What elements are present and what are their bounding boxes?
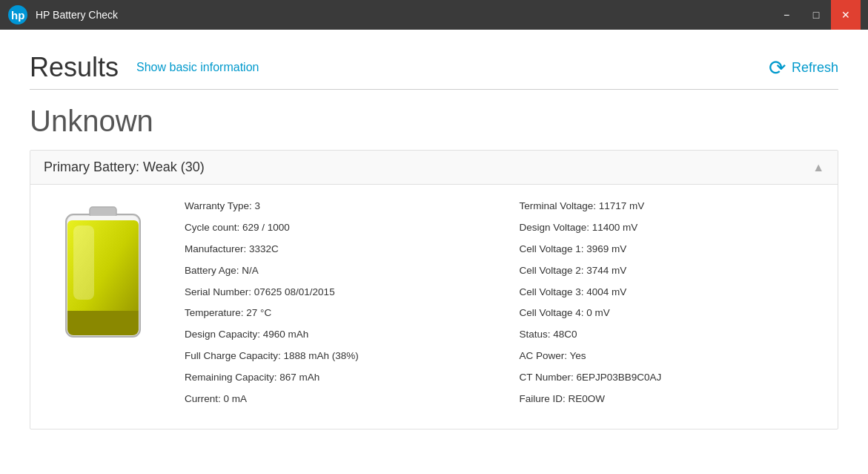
info-row: Battery Age: N/A [185,264,490,278]
info-row: Temperature: 27 °C [185,306,490,320]
info-row: Status: 48C0 [520,328,825,342]
window-controls: − □ ✕ [772,0,861,30]
battery-section: Primary Battery: Weak (30) ▲ [30,150,838,429]
info-row: Cell Voltage 3: 4004 mV [520,286,825,300]
info-row: Terminal Voltage: 11717 mV [520,200,825,214]
header-row: Results Show basic information ⟳ Refresh [30,52,838,83]
info-row: Cycle count: 629 / 1000 [185,221,490,235]
titlebar: hp HP Battery Check − □ ✕ [0,0,868,30]
close-button[interactable]: ✕ [831,0,861,30]
results-title: Results [30,52,119,83]
refresh-icon: ⟳ [769,56,786,80]
info-row: Cell Voltage 4: 0 mV [520,306,825,320]
info-row: Warranty Type: 3 [185,200,490,214]
battery-icon-container [44,200,162,348]
info-row: Serial Number: 07625 08/01/2015 [185,286,490,300]
info-columns: Warranty Type: 3Cycle count: 629 / 1000M… [185,200,824,414]
svg-text:hp: hp [11,9,24,22]
battery-details: Warranty Type: 3Cycle count: 629 / 1000M… [30,185,838,429]
info-row: AC Power: Yes [520,349,825,363]
status-heading: Unknown [30,105,838,138]
show-basic-link[interactable]: Show basic information [136,61,769,74]
svg-rect-8 [67,311,139,335]
battery-icon [51,200,155,348]
battery-header: Primary Battery: Weak (30) ▲ [30,151,838,185]
header-divider [30,89,838,90]
refresh-label: Refresh [792,60,838,76]
refresh-button[interactable]: ⟳ Refresh [769,56,838,80]
info-row: Cell Voltage 1: 3969 mV [520,243,825,257]
svg-rect-7 [73,226,94,300]
info-row: Design Voltage: 11400 mV [520,221,825,235]
info-col-right: Terminal Voltage: 11717 mVDesign Voltage… [520,200,825,414]
info-row: Current: 0 mA [185,392,490,406]
info-row: Remaining Capacity: 867 mAh [185,371,490,385]
info-row: Failure ID: RE0OW [520,392,825,406]
info-col-left: Warranty Type: 3Cycle count: 629 / 1000M… [185,200,490,414]
info-row: Manufacturer: 3332C [185,243,490,257]
battery-header-title: Primary Battery: Weak (30) [44,159,205,175]
minimize-button[interactable]: − [772,0,801,30]
chevron-up-icon[interactable]: ▲ [812,161,824,174]
info-row: Design Capacity: 4960 mAh [185,328,490,342]
maximize-button[interactable]: □ [801,0,831,30]
svg-rect-3 [90,207,116,217]
info-row: CT Number: 6EPJP03BB9C0AJ [520,371,825,385]
hp-logo: hp [7,4,28,25]
info-row: Cell Voltage 2: 3744 mV [520,264,825,278]
main-content: Results Show basic information ⟳ Refresh… [0,30,868,444]
app-title: HP Battery Check [36,9,772,21]
info-row: Full Charge Capacity: 1888 mAh (38%) [185,349,490,363]
